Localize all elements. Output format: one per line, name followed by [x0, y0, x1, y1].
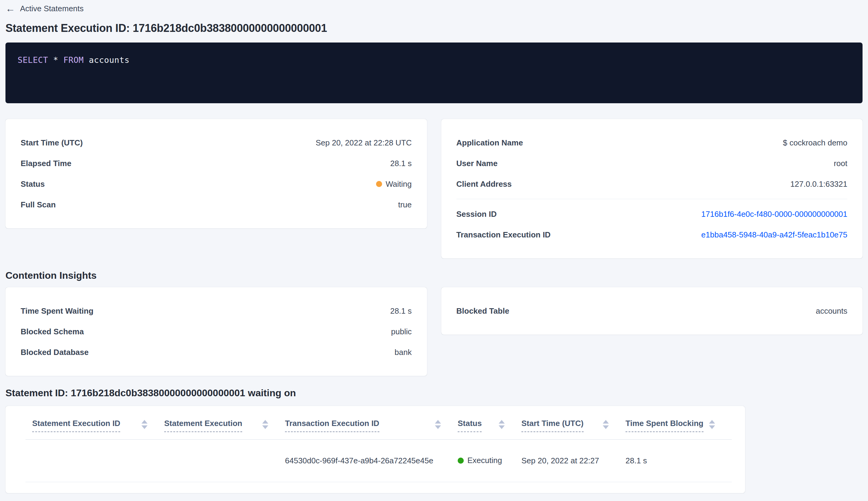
status-badge: Waiting [376, 180, 412, 189]
sort-up-icon [141, 420, 148, 424]
cell-status: Executing [458, 456, 521, 466]
blocked-database-value: bank [394, 348, 412, 357]
status-value: Executing [467, 456, 502, 465]
blocked-database-label: Blocked Database [21, 348, 89, 357]
waiting-on-table: Statement Execution ID Statement Executi… [25, 419, 732, 482]
overview-cards-row: Start Time (UTC) Sep 20, 2022 at 22:28 U… [6, 119, 862, 258]
status-waiting-dot-icon [376, 181, 382, 187]
time-spent-waiting-value: 28.1 s [390, 306, 412, 316]
table-row: 64530d0c-969f-437e-a9b4-26a72245e45e Exe… [25, 440, 732, 482]
sort-icon[interactable] [499, 419, 505, 429]
sort-down-icon [709, 425, 715, 429]
column-header-transaction-execution-id: Transaction Execution ID [285, 419, 458, 432]
transaction-execution-id-label: Transaction Execution ID [456, 230, 551, 239]
column-header-label[interactable]: Status [458, 419, 482, 432]
user-name-row: User Name root [456, 153, 848, 174]
column-header-label[interactable]: Start Time (UTC) [521, 419, 584, 432]
sql-keyword-from: FROM [63, 55, 84, 65]
statement-execution-details-page: ← Active Statements Statement Execution … [0, 0, 868, 493]
sql-keyword-select: SELECT [18, 55, 48, 65]
waiting-on-heading: Statement ID: 1716b218dc0b38380000000000… [6, 387, 862, 399]
full-scan-label: Full Scan [21, 200, 56, 210]
sort-up-icon [603, 420, 609, 424]
blocked-table-row: Blocked Table accounts [456, 301, 848, 321]
sql-table-name: accounts [89, 55, 130, 65]
contention-cards-row: Time Spent Waiting 28.1 s Blocked Schema… [6, 287, 862, 376]
column-header-statement-execution-id: Statement Execution ID [32, 419, 164, 432]
blocked-schema-label: Blocked Schema [21, 327, 84, 337]
session-summary-card: Application Name $ cockroach demo User N… [441, 119, 863, 258]
session-id-label: Session ID [456, 210, 497, 219]
elapsed-time-row: Elapsed Time 28.1 s [21, 153, 412, 174]
cell-start-time: Sep 20, 2022 at 22:27 [521, 456, 626, 466]
sql-star: * [53, 55, 58, 65]
transaction-execution-id-row: Transaction Execution ID e1bba458-5948-4… [456, 224, 848, 245]
sort-icon[interactable] [435, 419, 441, 429]
page-title: Statement Execution ID: 1716b218dc0b3838… [6, 22, 862, 35]
sort-icon[interactable] [603, 419, 609, 429]
sort-icon[interactable] [262, 419, 268, 429]
column-header-statement-execution: Statement Execution [164, 419, 285, 432]
application-name-label: Application Name [456, 138, 523, 148]
column-header-time-spent-blocking: Time Spent Blocking [626, 419, 732, 432]
column-header-label[interactable]: Statement Execution ID [32, 419, 120, 432]
full-scan-value: true [398, 200, 412, 210]
blocked-schema-value: public [391, 327, 412, 337]
column-header-status: Status [458, 419, 521, 432]
sql-statement-text: SELECT * FROM accounts [18, 55, 850, 65]
client-address-value: 127.0.0.1:63321 [790, 180, 847, 189]
sort-down-icon [435, 425, 441, 429]
back-link-label[interactable]: Active Statements [20, 4, 84, 13]
sort-up-icon [262, 420, 268, 424]
user-name-value: root [834, 159, 847, 168]
blocked-schema-row: Blocked Schema public [21, 321, 412, 342]
time-spent-waiting-label: Time Spent Waiting [21, 306, 94, 316]
card-divider [456, 199, 848, 199]
arrow-left-icon[interactable]: ← [6, 4, 15, 13]
waiting-on-table-card: Statement Execution ID Statement Executi… [6, 406, 745, 493]
elapsed-time-label: Elapsed Time [21, 159, 71, 168]
transaction-execution-id-link[interactable]: e1bba458-5948-40a9-a42f-5feac1b10e75 [701, 230, 847, 239]
execution-summary-card: Start Time (UTC) Sep 20, 2022 at 22:28 U… [6, 119, 427, 228]
full-scan-row: Full Scan true [21, 194, 412, 215]
status-row: Status Waiting [21, 174, 412, 194]
status-executing-dot-icon [458, 458, 464, 463]
client-address-row: Client Address 127.0.0.1:63321 [456, 174, 848, 194]
contention-details-card: Time Spent Waiting 28.1 s Blocked Schema… [6, 287, 427, 376]
column-header-label[interactable]: Transaction Execution ID [285, 419, 379, 432]
elapsed-time-value: 28.1 s [390, 159, 412, 168]
start-time-label: Start Time (UTC) [21, 138, 83, 148]
column-header-label[interactable]: Time Spent Blocking [626, 419, 704, 432]
sort-icon[interactable] [709, 419, 715, 429]
blocked-database-row: Blocked Database bank [21, 342, 412, 363]
sql-statement-box: SELECT * FROM accounts [6, 43, 862, 103]
sort-down-icon [603, 425, 609, 429]
blocked-table-value: accounts [816, 306, 847, 316]
session-id-link[interactable]: 1716b1f6-4e0c-f480-0000-000000000001 [701, 210, 847, 219]
sort-down-icon [141, 425, 148, 429]
time-spent-waiting-row: Time Spent Waiting 28.1 s [21, 301, 412, 321]
sort-down-icon [499, 425, 505, 429]
client-address-label: Client Address [456, 180, 512, 189]
status-badge: Executing [458, 456, 502, 465]
application-name-value: $ cockroach demo [783, 138, 847, 148]
start-time-row: Start Time (UTC) Sep 20, 2022 at 22:28 U… [21, 132, 412, 153]
column-header-start-time: Start Time (UTC) [521, 419, 626, 432]
sort-up-icon [709, 420, 715, 424]
column-header-label[interactable]: Statement Execution [164, 419, 242, 432]
start-time-value: Sep 20, 2022 at 22:28 UTC [316, 138, 412, 148]
user-name-label: User Name [456, 159, 498, 168]
table-header-row: Statement Execution ID Statement Executi… [25, 419, 732, 440]
cell-transaction-execution-id: 64530d0c-969f-437e-a9b4-26a72245e45e [285, 456, 458, 466]
sort-icon[interactable] [141, 419, 148, 429]
cell-time-spent-blocking: 28.1 s [626, 456, 732, 466]
sort-down-icon [262, 425, 268, 429]
sort-up-icon [435, 420, 441, 424]
sort-up-icon [499, 420, 505, 424]
session-id-row: Session ID 1716b1f6-4e0c-f480-0000-00000… [456, 204, 848, 224]
application-name-row: Application Name $ cockroach demo [456, 132, 848, 153]
status-value: Waiting [386, 180, 412, 189]
back-link-active-statements[interactable]: ← Active Statements [6, 2, 84, 14]
status-label: Status [21, 180, 45, 189]
contention-insights-heading: Contention Insights [6, 270, 862, 281]
